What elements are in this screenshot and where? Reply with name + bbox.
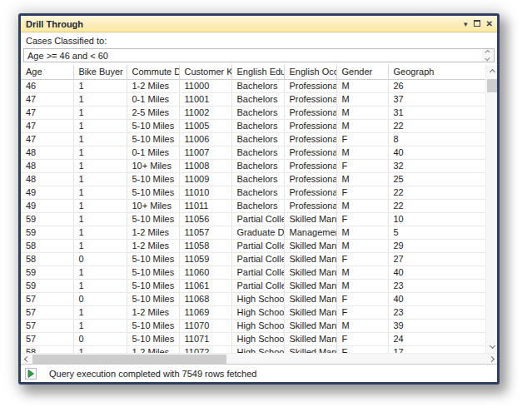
horizontal-scrollbar-thumb[interactable] <box>32 355 226 364</box>
table-cell: 1-2 Miles <box>127 305 179 319</box>
column-header-english-occupation[interactable]: English Occu... <box>284 65 336 79</box>
column-header-geography[interactable]: Geograph <box>388 65 485 79</box>
table-cell: 39 <box>388 319 485 332</box>
table-cell: 1-2 Miles <box>127 226 179 239</box>
scroll-right-icon[interactable] <box>485 354 497 365</box>
table-cell: 11011 <box>179 199 231 212</box>
filter-expression: Age >= 46 and < 60 <box>27 51 108 61</box>
table-cell: Professional <box>284 146 336 159</box>
table-cell: High School <box>231 305 284 319</box>
table-cell: 1 <box>73 319 127 332</box>
table-cell: F <box>336 159 388 172</box>
table-row[interactable]: 5811-2 Miles11058Partial CollegeSkilled … <box>21 239 485 252</box>
table-cell: 11056 <box>179 212 231 226</box>
table-cell: 46 <box>21 79 73 92</box>
table-cell: Professional <box>284 106 336 119</box>
results-grid-viewport: Age Bike Buyer Commute Dis... Customer K… <box>21 65 485 353</box>
table-cell: Professional <box>284 199 336 212</box>
vertical-scrollbar-thumb[interactable] <box>487 79 497 92</box>
column-header-gender[interactable]: Gender <box>336 65 388 79</box>
table-cell: 37 <box>388 92 485 106</box>
table-cell: 58 <box>21 239 73 252</box>
vertical-scrollbar[interactable] <box>485 65 497 353</box>
table-cell: 5-10 Miles <box>127 292 179 305</box>
table-row[interactable]: 4611-2 Miles11000BachelorsProfessionalM2… <box>21 79 485 92</box>
scroll-down-icon[interactable] <box>486 340 497 352</box>
table-row[interactable]: 48110+ Miles11008BachelorsProfessionalF3… <box>21 159 485 172</box>
table-row[interactable]: 5911-2 Miles11057Graduate De...Managemen… <box>21 226 485 239</box>
table-cell: 23 <box>388 305 485 319</box>
column-header-bike-buyer[interactable]: Bike Buyer <box>73 65 127 79</box>
table-cell: 11058 <box>179 239 231 252</box>
table-cell: 11059 <box>179 252 231 266</box>
table-row[interactable]: 4712-5 Miles11002BachelorsProfessionalM3… <box>21 106 485 119</box>
table-row[interactable]: 5811-2 Miles11072High SchoolSkilled Manu… <box>21 345 485 353</box>
table-cell: Skilled Manual <box>284 252 336 266</box>
filter-textbox[interactable]: Age >= 46 and < 60 <box>23 48 495 62</box>
window-titlebar[interactable]: Drill Through ▾ ✕ <box>21 16 497 32</box>
scroll-up-icon[interactable] <box>486 66 497 78</box>
table-row[interactable]: 4710-1 Miles11001BachelorsProfessionalM3… <box>21 92 485 106</box>
table-row[interactable]: 49110+ Miles11011BachelorsProfessionalM2… <box>21 199 485 212</box>
column-header-commute-distance[interactable]: Commute Dis... <box>127 65 179 79</box>
table-row[interactable]: 5705-10 Miles11068High SchoolSkilled Man… <box>21 292 485 305</box>
table-row[interactable]: 5805-10 Miles11059Partial CollegeSkilled… <box>21 252 485 266</box>
table-row[interactable]: 5715-10 Miles11070High SchoolSkilled Man… <box>21 319 485 332</box>
table-cell: Bachelors <box>231 119 284 132</box>
table-row[interactable]: 4815-10 Miles11009BachelorsProfessionalM… <box>21 172 485 186</box>
window-title: Drill Through <box>26 16 83 32</box>
table-cell: 11070 <box>179 319 231 332</box>
table-cell: 11005 <box>179 119 231 132</box>
table-cell: 58 <box>21 252 73 266</box>
table-cell: 1 <box>73 159 127 172</box>
table-cell: M <box>336 266 388 279</box>
table-cell: Skilled Manual <box>284 266 336 279</box>
table-cell: 1 <box>73 212 127 226</box>
table-cell: 1 <box>73 239 127 252</box>
table-cell: 8 <box>388 132 485 146</box>
table-cell: Bachelors <box>231 186 284 199</box>
filter-scrollbar[interactable] <box>482 49 493 62</box>
table-cell: 57 <box>21 292 73 305</box>
table-cell: 40 <box>388 292 485 305</box>
window-menu-icon[interactable]: ▾ <box>464 19 468 29</box>
table-cell: 10 <box>388 212 485 226</box>
table-cell: Partial College <box>231 212 284 226</box>
table-cell: M <box>336 119 388 132</box>
table-cell: 22 <box>388 119 485 132</box>
square-glyph <box>474 20 480 27</box>
table-row[interactable]: 4715-10 Miles11005BachelorsProfessionalM… <box>21 119 485 132</box>
table-row[interactable]: 5915-10 Miles11061Partial CollegeSkilled… <box>21 279 485 292</box>
table-cell: Professional <box>284 132 336 146</box>
table-row[interactable]: 5705-10 Miles11071High SchoolSkilled Man… <box>21 332 485 345</box>
column-header-age[interactable]: Age <box>21 65 73 79</box>
table-cell: M <box>336 199 388 212</box>
close-icon[interactable]: ✕ <box>486 19 493 29</box>
table-row[interactable]: 5711-2 Miles11069High SchoolSkilled Manu… <box>21 305 485 319</box>
table-cell: 59 <box>21 266 73 279</box>
table-row[interactable]: 5915-10 Miles11056Partial CollegeSkilled… <box>21 212 485 226</box>
table-cell: Bachelors <box>231 132 284 146</box>
table-cell: F <box>336 252 388 266</box>
table-row[interactable]: 4715-10 Miles11006BachelorsProfessionalF… <box>21 132 485 146</box>
results-grid-area: Age Bike Buyer Commute Dis... Customer K… <box>21 65 497 353</box>
horizontal-scrollbar[interactable] <box>21 353 497 364</box>
column-header-english-education[interactable]: English Educa... <box>231 65 284 79</box>
table-row[interactable]: 4810-1 Miles11007BachelorsProfessionalM4… <box>21 146 485 159</box>
table-cell: Bachelors <box>231 92 284 106</box>
table-cell: 5-10 Miles <box>127 132 179 146</box>
table-cell: 1 <box>73 172 127 186</box>
table-cell: F <box>336 212 388 226</box>
column-header-customer-key[interactable]: Customer Key <box>179 65 231 79</box>
table-cell: 29 <box>388 239 485 252</box>
table-cell: 5-10 Miles <box>127 319 179 332</box>
table-cell: 24 <box>388 332 485 345</box>
table-cell: 1 <box>73 106 127 119</box>
table-cell: 1 <box>73 186 127 199</box>
table-cell: 11072 <box>179 345 231 353</box>
table-cell: High School <box>231 319 284 332</box>
float-window-icon[interactable] <box>474 19 480 29</box>
scroll-left-icon[interactable] <box>21 354 32 365</box>
table-row[interactable]: 5915-10 Miles11060Partial CollegeSkilled… <box>21 266 485 279</box>
table-row[interactable]: 4915-10 Miles11010BachelorsProfessionalF… <box>21 186 485 199</box>
